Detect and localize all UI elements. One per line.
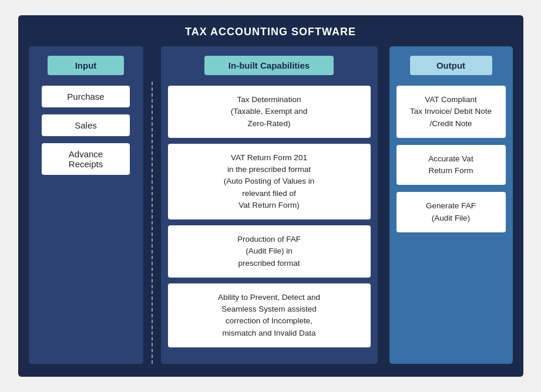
input-item-sales: Sales bbox=[42, 114, 130, 136]
capabilities-header: In-built Capabilities bbox=[204, 56, 334, 75]
gap-spacer bbox=[378, 46, 389, 364]
diagram-wrapper: TAX ACCOUNTING SOFTWARE Input Purchase S… bbox=[18, 15, 523, 377]
diagram-body: Input Purchase Sales Advance Receipts In… bbox=[18, 46, 523, 377]
capability-item-0: Tax Determination (Taxable, Exempt and Z… bbox=[168, 86, 371, 138]
output-header: Output bbox=[410, 56, 492, 75]
output-item-0: VAT Compliant Tax Invoice/ Debit Note /C… bbox=[396, 86, 506, 138]
diagram-title: TAX ACCOUNTING SOFTWARE bbox=[18, 15, 523, 46]
capability-item-1: VAT Return Form 201 in the prescribed fo… bbox=[168, 144, 371, 219]
output-item-1: Accurate Vat Return Form bbox=[396, 145, 506, 185]
capability-item-2: Production of FAF (Audit File) in prescr… bbox=[168, 225, 371, 278]
output-item-2: Generate FAF (Audit File) bbox=[396, 192, 506, 232]
capabilities-panel: In-built Capabilities Tax Determination … bbox=[161, 46, 378, 364]
capability-item-3: Ability to Prevent, Detect and Seamless … bbox=[168, 283, 371, 347]
input-item-advance-receipts: Advance Receipts bbox=[42, 143, 130, 175]
input-panel: Input Purchase Sales Advance Receipts bbox=[29, 46, 143, 364]
input-header: Input bbox=[48, 56, 124, 75]
input-item-purchase: Purchase bbox=[42, 86, 130, 107]
divider-column bbox=[143, 46, 161, 364]
dashed-divider bbox=[152, 82, 153, 364]
output-panel: Output VAT Compliant Tax Invoice/ Debit … bbox=[389, 46, 513, 364]
